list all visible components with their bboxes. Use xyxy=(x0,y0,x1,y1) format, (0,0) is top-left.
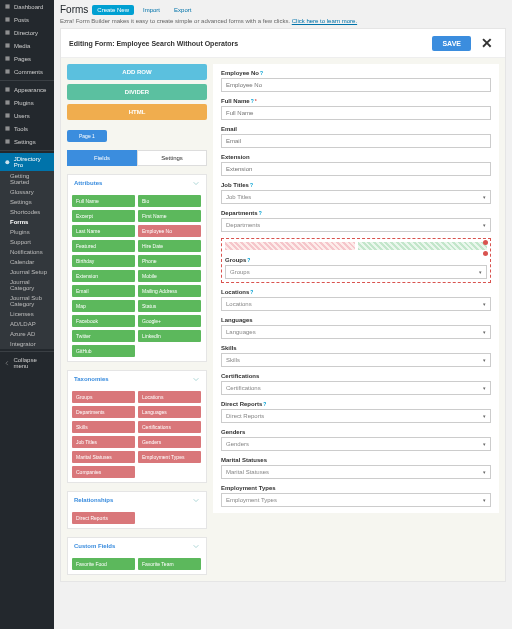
field-chip-phone[interactable]: Phone xyxy=(138,255,201,267)
sidebar-subitem-integrator[interactable]: Integrator xyxy=(0,339,54,349)
field-chip-full-name[interactable]: Full Name xyxy=(72,195,135,207)
field-chip-first-name[interactable]: First Name xyxy=(138,210,201,222)
sidebar-subitem-support[interactable]: Support xyxy=(0,237,54,247)
sidebar-subitem-notifications[interactable]: Notifications xyxy=(0,247,54,257)
sidebar-item-plugins[interactable]: Plugins xyxy=(0,96,54,109)
field-chip-employment-types[interactable]: Employment Types xyxy=(138,451,201,463)
field-chip-twitter[interactable]: Twitter xyxy=(72,330,135,342)
help-icon[interactable]: ? xyxy=(247,257,250,263)
close-icon[interactable]: ✕ xyxy=(477,35,497,51)
field-chip-companies[interactable]: Companies xyxy=(72,466,135,478)
sidebar-item-posts[interactable]: Posts xyxy=(0,13,54,26)
form-field-locations[interactable]: Locations?Locations▾ xyxy=(221,289,491,311)
form-field-extension[interactable]: Extension xyxy=(221,154,491,176)
select-skills[interactable]: Skills▾ xyxy=(221,353,491,367)
sidebar-subitem-journal-setup[interactable]: Journal Setup xyxy=(0,267,54,277)
select-languages[interactable]: Languages▾ xyxy=(221,325,491,339)
field-chip-locations[interactable]: Locations xyxy=(138,391,201,403)
field-chip-favorite-team[interactable]: Favorite Team xyxy=(138,558,201,570)
sidebar-item-directory[interactable]: Directory xyxy=(0,26,54,39)
form-field-email[interactable]: Email xyxy=(221,126,491,148)
tab-settings[interactable]: Settings xyxy=(137,150,207,166)
sidebar-item-users[interactable]: Users xyxy=(0,109,54,122)
sidebar-item-media[interactable]: Media xyxy=(0,39,54,52)
help-icon[interactable]: ? xyxy=(263,401,266,407)
delete-icon[interactable] xyxy=(483,251,488,256)
field-chip-bio[interactable]: Bio xyxy=(138,195,201,207)
select-certifications[interactable]: Certifications▾ xyxy=(221,381,491,395)
field-chip-skills[interactable]: Skills xyxy=(72,421,135,433)
field-chip-hire-date[interactable]: Hire Date xyxy=(138,240,201,252)
field-chip-map[interactable]: Map xyxy=(72,300,135,312)
sidebar-item-dashboard[interactable]: Dashboard xyxy=(0,0,54,13)
field-chip-facebook[interactable]: Facebook xyxy=(72,315,135,327)
select-employment-types[interactable]: Employment Types▾ xyxy=(221,493,491,507)
field-chip-job-titles[interactable]: Job Titles xyxy=(72,436,135,448)
sidebar-item-settings[interactable]: Settings xyxy=(0,135,54,148)
select-job-titles[interactable]: Job Titles▾ xyxy=(221,190,491,204)
form-field-skills[interactable]: SkillsSkills▾ xyxy=(221,345,491,367)
form-field-full-name[interactable]: Full Name?* xyxy=(221,98,491,120)
field-chip-linkedin[interactable]: LinkedIn xyxy=(138,330,201,342)
input-email[interactable] xyxy=(221,134,491,148)
sidebar-subitem-forms[interactable]: Forms xyxy=(0,217,54,227)
field-chip-mobile[interactable]: Mobile xyxy=(138,270,201,282)
tab-fields[interactable]: Fields xyxy=(67,150,137,166)
field-chip-extension[interactable]: Extension xyxy=(72,270,135,282)
sidebar-subitem-plugins[interactable]: Plugins xyxy=(0,227,54,237)
help-icon[interactable]: ? xyxy=(260,70,263,76)
help-icon[interactable]: ? xyxy=(250,182,253,188)
import-button[interactable]: Import xyxy=(138,5,165,15)
input-employee-no[interactable] xyxy=(221,78,491,92)
form-field-job-titles[interactable]: Job Titles?Job Titles▾ xyxy=(221,182,491,204)
select-groups[interactable]: Groups▾ xyxy=(225,265,487,279)
field-chip-marital-statuses[interactable]: Marital Statuses xyxy=(72,451,135,463)
sidebar-item-comments[interactable]: Comments xyxy=(0,65,54,78)
field-chip-birthday[interactable]: Birthday xyxy=(72,255,135,267)
sidebar-subitem-shortcodes[interactable]: Shortcodes xyxy=(0,207,54,217)
sidebar-subitem-journal-category[interactable]: Journal Category xyxy=(0,277,54,293)
sidebar-subitem-settings[interactable]: Settings xyxy=(0,197,54,207)
section-header-attributes[interactable]: Attributes xyxy=(68,175,206,191)
sidebar-subitem-getting-started[interactable]: Getting Started xyxy=(0,171,54,187)
field-chip-languages[interactable]: Languages xyxy=(138,406,201,418)
delete-icon[interactable] xyxy=(483,240,488,245)
section-header-relationships[interactable]: Relationships xyxy=(68,492,206,508)
sidebar-subitem-journal-sub-category[interactable]: Journal Sub Category xyxy=(0,293,54,309)
form-field-marital-statuses[interactable]: Marital StatusesMarital Statuses▾ xyxy=(221,457,491,479)
select-departments[interactable]: Departments▾ xyxy=(221,218,491,232)
select-marital-statuses[interactable]: Marital Statuses▾ xyxy=(221,465,491,479)
section-header-custom[interactable]: Custom Fields xyxy=(68,538,206,554)
field-chip-certifications[interactable]: Certifications xyxy=(138,421,201,433)
html-button[interactable]: HTML xyxy=(67,104,207,120)
help-icon[interactable]: ? xyxy=(250,289,253,295)
field-chip-employee-no[interactable]: Employee No xyxy=(138,225,201,237)
help-icon[interactable]: ? xyxy=(251,98,254,104)
sidebar-subitem-glossary[interactable]: Glossary xyxy=(0,187,54,197)
divider-button[interactable]: DIVIDER xyxy=(67,84,207,100)
field-chip-google-[interactable]: Google+ xyxy=(138,315,201,327)
field-chip-departments[interactable]: Departments xyxy=(72,406,135,418)
field-chip-last-name[interactable]: Last Name xyxy=(72,225,135,237)
form-field-direct-reports[interactable]: Direct Reports?Direct Reports▾ xyxy=(221,401,491,423)
sidebar-subitem-licenses[interactable]: Licenses xyxy=(0,309,54,319)
form-field-certifications[interactable]: CertificationsCertifications▾ xyxy=(221,373,491,395)
select-locations[interactable]: Locations▾ xyxy=(221,297,491,311)
save-button[interactable]: SAVE xyxy=(432,36,471,51)
field-chip-email[interactable]: Email xyxy=(72,285,135,297)
add-row-button[interactable]: ADD ROW xyxy=(67,64,207,80)
sidebar-item-pages[interactable]: Pages xyxy=(0,52,54,65)
select-genders[interactable]: Genders▾ xyxy=(221,437,491,451)
sidebar-subitem-ad-ldap[interactable]: AD/LDAP xyxy=(0,319,54,329)
sidebar-subitem-calendar[interactable]: Calendar xyxy=(0,257,54,267)
section-header-taxonomies[interactable]: Taxonomies xyxy=(68,371,206,387)
create-new-button[interactable]: Create New xyxy=(92,5,134,15)
form-field-employee-no[interactable]: Employee No? xyxy=(221,70,491,92)
field-chip-mailing-address[interactable]: Mailing Address xyxy=(138,285,201,297)
page-pill[interactable]: Page 1 xyxy=(67,130,107,142)
sidebar-item-tools[interactable]: Tools xyxy=(0,122,54,135)
field-chip-github[interactable]: GitHub xyxy=(72,345,135,357)
field-chip-groups[interactable]: Groups xyxy=(72,391,135,403)
form-field-groups[interactable]: Groups?Groups▾ xyxy=(221,238,491,283)
sidebar-subitem-azure-ad[interactable]: Azure AD xyxy=(0,329,54,339)
